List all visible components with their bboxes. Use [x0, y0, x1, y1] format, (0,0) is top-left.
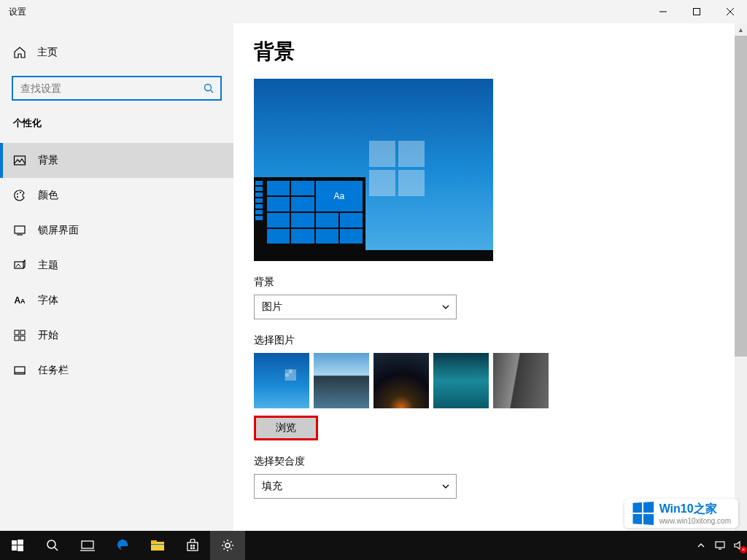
nav-fonts[interactable]: AA 字体 — [0, 283, 233, 318]
nav-taskbar[interactable]: 任务栏 — [0, 353, 233, 388]
nav-label: 主题 — [38, 259, 58, 272]
background-type-dropdown[interactable]: 图片 — [254, 295, 457, 319]
page-title: 背景 — [254, 38, 747, 66]
svg-rect-10 — [15, 226, 25, 233]
picture-thumb[interactable] — [314, 353, 369, 408]
image-icon — [13, 154, 26, 167]
volume-icon[interactable]: × — [732, 539, 746, 552]
svg-rect-29 — [151, 544, 164, 545]
preview-taskbar — [254, 250, 493, 261]
svg-rect-33 — [190, 548, 193, 550]
svg-line-5 — [211, 90, 214, 93]
preview-tile-aa: Aa — [316, 181, 363, 211]
svg-rect-27 — [151, 542, 164, 551]
svg-point-4 — [205, 85, 212, 91]
vertical-scrollbar[interactable]: ▲ ▼ — [735, 23, 747, 560]
chevron-down-icon — [441, 303, 450, 311]
start-button[interactable] — [0, 531, 35, 560]
svg-point-8 — [17, 196, 18, 198]
lockscreen-icon — [13, 224, 26, 237]
watermark: Win10之家 www.win10xitong.com — [624, 499, 738, 528]
picture-thumb[interactable] — [374, 353, 429, 408]
svg-line-24 — [55, 548, 58, 551]
nav-label: 任务栏 — [38, 364, 69, 377]
nav-label: 字体 — [38, 294, 58, 307]
search-box[interactable] — [12, 76, 222, 101]
picture-thumb[interactable] — [493, 353, 549, 408]
nav-colors[interactable]: 颜色 — [0, 178, 233, 213]
taskview-button[interactable] — [70, 531, 105, 560]
settings-taskbar-button[interactable] — [210, 531, 245, 560]
svg-rect-36 — [716, 542, 724, 548]
search-icon — [197, 83, 220, 93]
svg-rect-34 — [193, 548, 196, 550]
nav-background[interactable]: 背景 — [0, 143, 233, 178]
minimize-button[interactable] — [646, 0, 680, 23]
picture-thumb[interactable] — [254, 353, 309, 408]
nav-items: 背景 颜色 锁屏界面 主题 AA 字体 — [0, 143, 233, 388]
dropdown-value: 填充 — [262, 480, 282, 493]
watermark-url: www.win10xitong.com — [659, 517, 731, 525]
picture-thumbnails — [254, 353, 747, 408]
svg-rect-13 — [15, 330, 19, 335]
svg-rect-25 — [82, 541, 93, 548]
window-title: 设置 — [9, 6, 26, 18]
picture-thumb[interactable] — [433, 353, 489, 408]
choose-picture-label: 选择图片 — [254, 334, 747, 347]
watermark-logo-icon — [632, 502, 654, 525]
svg-rect-1 — [694, 9, 700, 15]
scrollbar-thumb[interactable] — [735, 36, 747, 357]
background-type-group: 背景 图片 — [254, 276, 747, 319]
background-type-label: 背景 — [254, 276, 747, 289]
choose-picture-group: 选择图片 浏览 — [254, 334, 747, 440]
taskbar: × — [0, 531, 747, 560]
preview-start-menu: Aa — [254, 177, 365, 261]
content-area: 主页 个性化 背景 颜色 锁屏界面 — [0, 23, 747, 531]
nav-label: 颜色 — [38, 189, 58, 202]
windows-logo-icon — [369, 141, 426, 198]
svg-rect-28 — [151, 540, 157, 542]
theme-icon — [13, 259, 26, 272]
home-label: 主页 — [37, 46, 58, 59]
scroll-up-icon[interactable]: ▲ — [735, 23, 747, 36]
close-button[interactable] — [713, 0, 747, 23]
svg-rect-21 — [12, 545, 17, 551]
svg-rect-32 — [193, 545, 196, 547]
nav-label: 开始 — [38, 329, 58, 342]
svg-rect-19 — [12, 540, 17, 545]
maximize-button[interactable] — [680, 0, 713, 23]
settings-window: 设置 主页 个性化 — [0, 0, 747, 531]
browse-button[interactable]: 浏览 — [254, 416, 318, 440]
nav-lockscreen[interactable]: 锁屏界面 — [0, 213, 233, 248]
fit-dropdown[interactable]: 填充 — [254, 474, 457, 499]
start-icon — [13, 329, 26, 342]
nav-themes[interactable]: 主题 — [0, 248, 233, 283]
explorer-button[interactable] — [140, 531, 175, 560]
home-nav[interactable]: 主页 — [0, 38, 233, 67]
background-preview: Aa — [254, 79, 493, 261]
titlebar: 设置 — [0, 0, 747, 23]
sidebar: 主页 个性化 背景 颜色 锁屏界面 — [0, 23, 233, 531]
search-input[interactable] — [13, 82, 197, 94]
svg-rect-16 — [20, 336, 25, 341]
store-button[interactable] — [175, 531, 210, 560]
chevron-down-icon — [441, 482, 450, 491]
svg-point-7 — [17, 193, 18, 195]
dropdown-value: 图片 — [262, 300, 282, 314]
svg-rect-30 — [187, 542, 198, 551]
svg-rect-31 — [190, 545, 193, 547]
system-tray: × — [694, 531, 747, 560]
network-icon[interactable] — [713, 539, 727, 552]
category-label: 个性化 — [0, 101, 233, 137]
nav-start[interactable]: 开始 — [0, 318, 233, 353]
font-icon: AA — [13, 294, 26, 307]
edge-button[interactable] — [105, 531, 140, 560]
main-panel: 背景 Aa — [233, 23, 747, 531]
home-icon — [13, 46, 26, 59]
tray-chevron-icon[interactable] — [694, 539, 708, 552]
nav-label: 背景 — [38, 154, 58, 167]
fit-label: 选择契合度 — [254, 455, 747, 468]
svg-rect-15 — [15, 336, 19, 341]
svg-point-35 — [225, 543, 230, 548]
search-button[interactable] — [35, 531, 70, 560]
